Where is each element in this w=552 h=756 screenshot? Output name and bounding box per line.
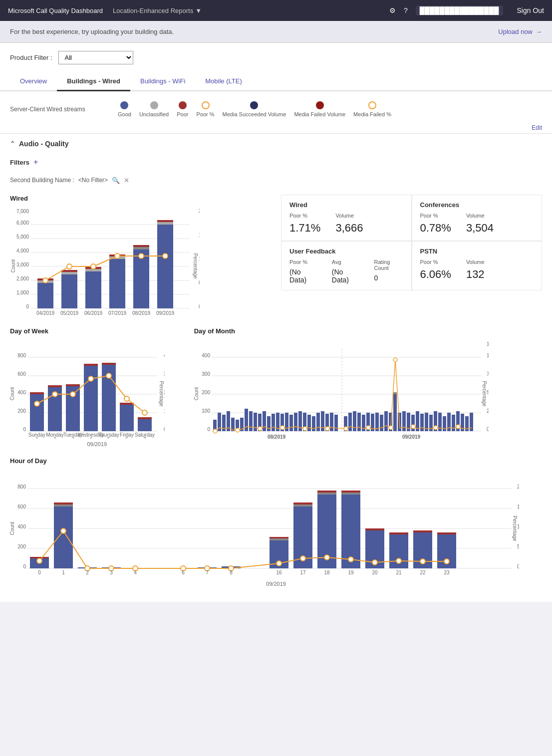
filters-row: Filters + <box>0 154 552 171</box>
upload-now-link[interactable]: Upload now → <box>498 28 542 35</box>
svg-text:12.5: 12.5 <box>487 341 489 347</box>
svg-point-186 <box>325 427 329 431</box>
svg-rect-69 <box>30 394 44 431</box>
svg-text:800: 800 <box>17 484 26 490</box>
poor-dot <box>179 101 187 109</box>
tab-buildings-wired[interactable]: Buildings - Wired <box>57 72 130 91</box>
hod-chart-svg: 0 200 400 600 800 0 5 10 15 20 Count Per… <box>10 469 519 578</box>
svg-rect-135 <box>272 414 275 431</box>
stats-grid: Wired Poor % 1.71% Volume 3,666 <box>281 195 542 290</box>
stats-conf-poor-pct: 0.78% <box>420 222 451 235</box>
svg-point-258 <box>420 559 425 564</box>
legend-stream-label: Server-Client Wired streams <box>10 106 110 113</box>
svg-text:Count: Count <box>10 259 16 272</box>
svg-rect-75 <box>84 366 98 431</box>
svg-rect-162 <box>393 394 397 431</box>
edit-link[interactable]: Edit <box>0 122 552 133</box>
stats-uf-rating: 0 <box>374 274 403 282</box>
header: Microsoft Call Quality Dashboard Locatio… <box>0 0 552 21</box>
svg-rect-216 <box>54 504 73 506</box>
stats-conf-volume: 3,504 <box>466 222 494 235</box>
svg-text:2.5: 2.5 <box>487 408 489 414</box>
svg-text:22: 22 <box>420 570 426 575</box>
dow-chart-svg: 0 200 400 600 800 0 1 2 3 4 Count Percen… <box>10 339 165 439</box>
svg-point-192 <box>434 426 438 430</box>
charts-bottom-row: Day of Week 0 200 400 600 800 0 1 2 3 4 … <box>10 327 542 447</box>
svg-rect-39 <box>157 220 173 222</box>
day-of-week-chart: Day of Week 0 200 400 600 800 0 1 2 3 4 … <box>10 327 184 447</box>
svg-text:0: 0 <box>207 427 210 432</box>
svg-text:6: 6 <box>125 437 128 439</box>
legend-media-succeeded: Media Succeeded Volume <box>223 101 286 117</box>
product-filter-select[interactable]: All Teams Skype for Business <box>58 51 133 64</box>
wired-chart: Wired 0 1,000 2,000 3,000 4,000 5,000 6,… <box>10 195 271 317</box>
hour-of-day-chart: Hour of Day 0 200 400 600 800 0 5 10 15 … <box>10 457 542 587</box>
hod-title: Hour of Day <box>10 457 542 465</box>
svg-text:Percentage: Percentage <box>482 381 487 407</box>
svg-rect-143 <box>307 415 311 431</box>
svg-rect-217 <box>54 503 73 504</box>
svg-point-252 <box>276 561 281 566</box>
stats-wired-volume-label: Volume <box>335 213 363 219</box>
nav-dropdown[interactable]: Location-Enhanced Reports ▼ <box>113 7 202 14</box>
svg-text:0: 0 <box>23 427 26 432</box>
add-filter-button[interactable]: + <box>33 158 38 167</box>
tab-mobile-lte[interactable]: Mobile (LTE) <box>195 72 252 91</box>
tab-overview[interactable]: Overview <box>10 72 57 91</box>
svg-point-44 <box>139 253 144 258</box>
filters-label: Filters <box>10 159 29 166</box>
svg-point-40 <box>43 278 48 283</box>
svg-point-42 <box>91 264 96 269</box>
svg-text:1.5: 1.5 <box>199 232 200 238</box>
svg-text:7,000: 7,000 <box>16 209 29 214</box>
stats-user-feedback: User Feedback Poor % (No Data) Avg (No D… <box>281 241 412 290</box>
filter-search-icon[interactable]: 🔍 <box>112 177 120 184</box>
svg-rect-241 <box>413 530 432 532</box>
svg-text:09/2019: 09/2019 <box>402 434 421 439</box>
hod-month: 09/2019 <box>10 581 542 587</box>
svg-text:0: 0 <box>26 304 29 309</box>
svg-text:100: 100 <box>202 408 210 414</box>
svg-text:0: 0 <box>517 564 519 569</box>
stats-pstn-volume: 132 <box>466 268 485 281</box>
media-failed-pct-dot <box>368 101 376 109</box>
stats-uf-avg: (No Data) <box>332 268 359 284</box>
help-icon[interactable]: ? <box>404 6 408 14</box>
svg-point-182 <box>236 428 240 432</box>
sign-out-button[interactable]: Sign Out <box>517 6 544 14</box>
stats-box: Wired Poor % 1.71% Volume 3,666 <box>281 195 542 317</box>
svg-rect-163 <box>393 392 397 394</box>
svg-point-184 <box>280 426 284 430</box>
svg-text:200: 200 <box>202 390 210 395</box>
svg-rect-72 <box>48 385 62 387</box>
svg-rect-154 <box>357 413 361 431</box>
stats-wired-volume: 3,666 <box>335 222 363 235</box>
svg-text:7.5: 7.5 <box>487 371 489 377</box>
svg-text:Percentage: Percentage <box>512 515 518 541</box>
legend-poor: Poor <box>177 101 188 117</box>
svg-text:4: 4 <box>134 570 137 575</box>
wired-chart-title: Wired <box>10 195 271 202</box>
tab-buildings-wifi[interactable]: Buildings - WiFi <box>130 72 195 91</box>
legend-media-failed-pct: Media Failed % <box>353 101 391 117</box>
svg-rect-165 <box>402 411 406 431</box>
svg-text:3: 3 <box>110 570 113 575</box>
filter-clear-button[interactable]: ✕ <box>124 177 129 184</box>
tab-bar: Overview Buildings - Wired Buildings - W… <box>0 72 552 91</box>
svg-text:04/2019: 04/2019 <box>36 310 55 316</box>
section-header-audio[interactable]: ⌃ Audio - Quality <box>0 134 552 154</box>
stats-uf-poor-pct: (No Data) <box>289 268 317 284</box>
stats-uf-rating-label: Rating Count <box>374 259 403 271</box>
svg-text:1: 1 <box>62 570 65 575</box>
stats-conf-poor-pct-label: Poor % <box>420 213 451 219</box>
svg-point-84 <box>52 392 57 397</box>
svg-rect-145 <box>316 413 320 431</box>
svg-text:2: 2 <box>53 437 56 439</box>
gear-icon[interactable]: ⚙ <box>389 6 396 14</box>
stats-uf-title: User Feedback <box>289 248 403 255</box>
svg-rect-243 <box>437 532 456 534</box>
legend-unclassified: Unclassified <box>139 101 169 117</box>
svg-text:5,000: 5,000 <box>16 234 29 240</box>
svg-text:400: 400 <box>202 353 210 358</box>
svg-rect-74 <box>66 384 80 386</box>
